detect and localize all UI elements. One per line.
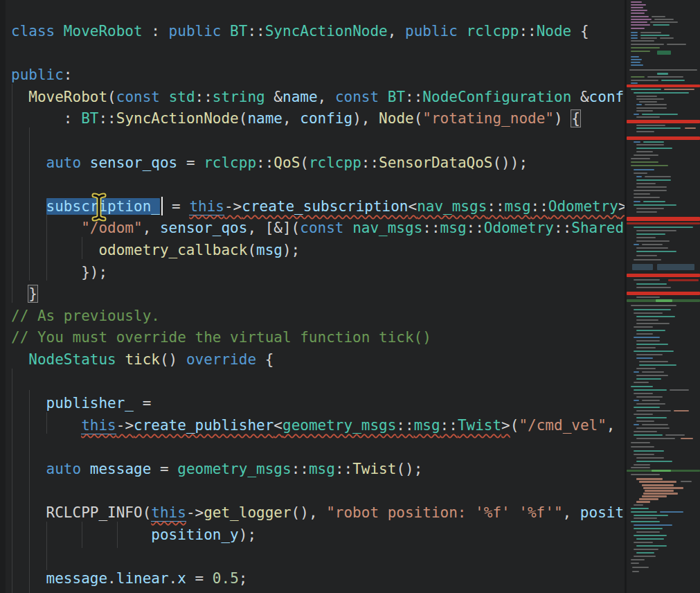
minimap-line-mark	[631, 37, 638, 39]
minimap-line-mark	[631, 80, 658, 81]
code-line[interactable]: // You must override the virtual functio…	[11, 327, 700, 349]
code-token: odometry_callback	[98, 242, 247, 258]
minimap-line-mark	[634, 172, 647, 174]
code-line[interactable]: message.linear.x = 0.5;	[11, 568, 700, 590]
minimap-line-mark	[631, 467, 650, 468]
minimap-line-mark	[636, 283, 667, 285]
code-token: =	[134, 395, 151, 411]
code-token: public	[169, 23, 222, 39]
code-line[interactable]: // As previously.	[11, 306, 700, 328]
minimap-line-mark	[645, 176, 671, 177]
code-token: QoS	[273, 154, 300, 171]
code-token: std	[169, 89, 195, 105]
minimap-line-mark	[634, 407, 660, 408]
minimap-line-mark	[674, 410, 689, 411]
minimap-line-mark	[639, 481, 676, 483]
code-line[interactable]: public:	[11, 64, 700, 87]
code-token: ::	[531, 198, 548, 215]
code-token: 0.5	[213, 570, 239, 587]
minimap-line-mark	[636, 403, 665, 405]
code-token: ::	[405, 89, 422, 105]
code-line[interactable]: subscription_ = this->create_subscriptio…	[11, 196, 700, 218]
minimap-line-mark	[681, 438, 693, 439]
minimap-line-mark	[636, 98, 664, 100]
code-token: // You must override the virtual functio…	[11, 329, 431, 346]
minimap-line-mark	[631, 508, 649, 509]
minimap-line-mark	[627, 85, 700, 87]
minimap-line-mark	[631, 442, 650, 443]
code-token: rclcpp	[309, 154, 361, 171]
code-line[interactable]: MoveRobot(const std::string &name, const…	[11, 87, 700, 109]
code-token: ::	[554, 220, 571, 236]
minimap-line-mark	[636, 107, 667, 109]
minimap-line-mark	[631, 16, 649, 17]
code-token: msg	[505, 198, 531, 215]
code-token: (	[247, 242, 256, 258]
minimap-line-mark	[631, 47, 660, 48]
minimap-line-mark	[636, 478, 663, 480]
code-token	[81, 154, 90, 171]
code-area[interactable]: class MoveRobot : public BT::SyncActionN…	[0, 0, 700, 593]
code-token: );	[239, 526, 256, 543]
minimap-line-mark	[639, 364, 676, 366]
minimap-line-mark	[631, 563, 639, 564]
code-token: ::	[396, 417, 413, 434]
code-token: ::	[467, 220, 484, 236]
minimap-line-mark	[634, 424, 639, 425]
minimap-line-mark	[634, 371, 639, 373]
code-token: >	[501, 417, 510, 434]
code-line[interactable]: this->create_publisher<geometry_msgs::ms…	[11, 415, 700, 437]
code-token: {	[256, 351, 273, 368]
minimap-line-mark	[631, 305, 676, 306]
code-line[interactable]: });	[11, 262, 700, 284]
code-token: (	[300, 154, 309, 171]
code-line[interactable]	[11, 436, 700, 459]
minimap-line-mark	[652, 470, 671, 472]
code-line[interactable]	[11, 480, 700, 502]
minimap-line-mark	[636, 255, 657, 256]
code-line[interactable]	[11, 371, 700, 393]
minimap-line-mark	[636, 461, 672, 462]
code-line[interactable]	[11, 130, 700, 152]
minimap[interactable]	[625, 0, 700, 593]
minimap-line-mark	[631, 56, 639, 57]
minimap-line-mark	[631, 35, 638, 36]
minimap-line-mark	[634, 190, 667, 191]
minimap-line-mark	[631, 76, 645, 78]
code-token	[160, 89, 169, 105]
minimap-line-mark	[634, 154, 658, 156]
code-line[interactable]: publisher_ =	[11, 393, 700, 415]
code-line[interactable]: odometry_callback(msg);	[11, 240, 700, 262]
minimap-line-mark	[657, 264, 694, 270]
minimap-line-mark	[642, 495, 667, 497]
minimap-line-mark	[627, 274, 700, 277]
code-line[interactable]: class MoveRobot : public BT::SyncActionN…	[11, 21, 700, 43]
minimap-line-mark	[634, 92, 689, 94]
code-token: :	[143, 23, 169, 39]
minimap-line-mark	[636, 296, 660, 298]
code-token: RCLCPP_INFO(	[11, 504, 151, 521]
code-line[interactable]	[11, 174, 700, 196]
code-line[interactable]: }	[11, 283, 700, 306]
code-token: public	[11, 67, 64, 83]
code-line[interactable]: : BT::SyncActionNode(name, config), Node…	[11, 108, 700, 130]
minimap-line-mark	[636, 354, 663, 355]
code-line[interactable]: NodeStatus tick() override {	[11, 349, 700, 371]
minimap-line-mark	[631, 40, 654, 42]
code-line[interactable]: "/odom", sensor_qos, [&](const nav_msgs:…	[11, 218, 700, 240]
code-token: ),	[352, 110, 379, 127]
minimap-line-mark	[634, 259, 661, 260]
code-line[interactable]: auto sensor_qos = rclcpp::QoS(rclcpp::Se…	[11, 152, 700, 175]
code-line[interactable]	[11, 546, 700, 568]
code-line[interactable]	[11, 43, 700, 65]
minimap-line-mark	[636, 457, 664, 459]
minimap-line-mark	[636, 211, 657, 213]
minimap-line-mark	[634, 114, 639, 115]
code-line[interactable]: auto message = geometry_msgs::msg::Twist…	[11, 459, 700, 481]
minimap-line-mark	[636, 347, 656, 348]
indent-guide	[29, 127, 30, 281]
minimap-line-mark	[636, 375, 668, 376]
code-line[interactable]: RCLCPP_INFO(this->get_logger(), "robot p…	[11, 502, 700, 524]
code-line[interactable]: position_y);	[11, 524, 700, 547]
minimap-line-mark	[640, 32, 661, 33]
